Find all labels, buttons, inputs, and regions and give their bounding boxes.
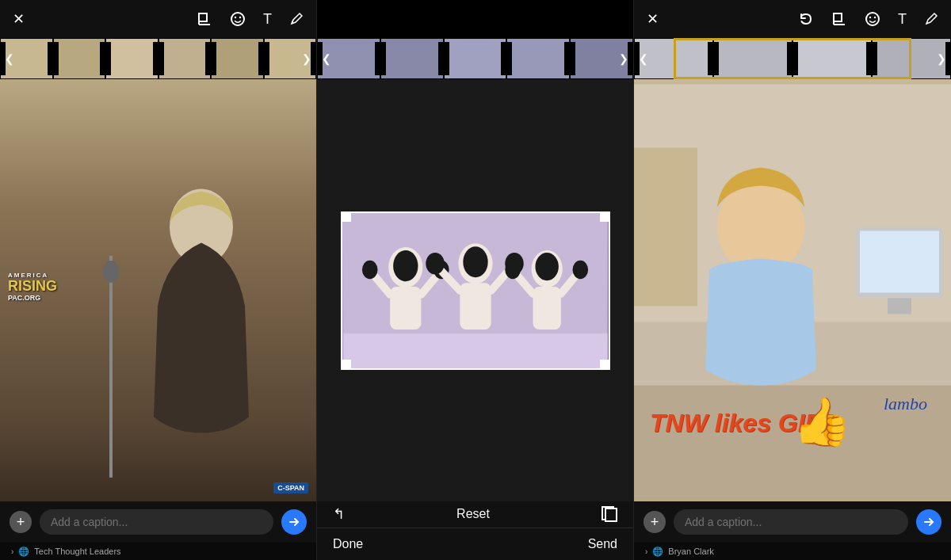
panel-left: ✕ T [0, 0, 317, 560]
right-crop-button[interactable] [831, 11, 847, 27]
left-globe-icon: 🌐 [18, 547, 29, 557]
filmstrip-frame [158, 38, 212, 79]
crop-corner-tl[interactable] [342, 212, 351, 222]
svg-point-7 [191, 221, 201, 229]
left-sublabel-arrow: › [11, 547, 13, 556]
right-sublabel-row: › 🌐 Bryan Clark [634, 543, 951, 560]
svg-point-31 [505, 260, 521, 279]
svg-rect-45 [860, 231, 939, 293]
left-filmstrip[interactable]: ❮ ❯ [0, 38, 316, 79]
right-scene: TNW likes GIFS 👍 lambo [634, 79, 951, 501]
right-filmstrip-arrow-right[interactable]: ❯ [937, 52, 946, 65]
mid-video-figures [342, 213, 609, 368]
svg-point-33 [535, 252, 558, 280]
left-filmstrip-arrow-left[interactable]: ❮ [5, 52, 14, 65]
svg-point-32 [572, 260, 588, 279]
lambo-text-overlay: lambo [884, 394, 927, 414]
filmstrip-frame [506, 38, 570, 79]
svg-rect-34 [834, 13, 842, 21]
mid-actions-row: Done Send [317, 528, 633, 560]
crop-corner-bl[interactable] [342, 360, 351, 369]
svg-rect-28 [533, 287, 560, 330]
right-filmstrip[interactable]: ❮ ❯ [634, 38, 951, 79]
left-toolbar-icons: T [197, 11, 304, 28]
mid-reset-button[interactable]: Reset [456, 507, 490, 521]
left-emoji-button[interactable] [230, 11, 246, 27]
left-send-button[interactable] [281, 509, 307, 535]
left-crop-button[interactable] [197, 11, 212, 27]
hillary-silhouette [102, 143, 300, 501]
filmstrip-frame [53, 38, 106, 79]
right-send-button[interactable] [916, 509, 941, 535]
crop-corner-tr[interactable] [600, 212, 609, 222]
svg-point-5 [239, 17, 241, 18]
svg-point-17 [361, 260, 377, 279]
svg-point-8 [204, 219, 214, 227]
svg-point-37 [866, 13, 879, 25]
america-rising-overlay: AMERICA RISING PAC.org [8, 272, 57, 302]
right-caption-plus-button[interactable]: + [644, 511, 666, 533]
svg-point-38 [869, 17, 871, 18]
left-sublabel-text: Tech Thought Leaders [34, 547, 120, 556]
right-topbar: ✕ [634, 0, 951, 38]
crop-box[interactable] [341, 211, 610, 370]
right-bottom-bar: + [634, 501, 951, 543]
svg-rect-14 [390, 287, 421, 330]
crop-box-inner [342, 213, 609, 368]
left-bottom-bar: + [0, 501, 316, 543]
dual-square-icon [602, 506, 617, 522]
left-close-button[interactable]: ✕ [13, 10, 25, 28]
mid-topbar [317, 0, 633, 38]
svg-point-39 [874, 17, 876, 18]
mid-tools-row: ↰ Reset [317, 501, 633, 528]
right-sublabel-arrow: › [645, 547, 647, 556]
thumbsup-emoji: 👍 [792, 394, 852, 450]
hillary-scene: AMERICA RISING PAC.org C-SPAN [0, 79, 316, 501]
right-draw-button[interactable] [924, 12, 938, 26]
left-topbar: ✕ T [0, 0, 316, 38]
mid-crop-content [317, 79, 633, 501]
svg-rect-21 [460, 283, 491, 330]
right-text-button[interactable]: T [898, 11, 907, 28]
svg-rect-12 [343, 333, 607, 368]
mid-scene [317, 79, 633, 501]
microphone [95, 248, 127, 501]
filmstrip-frame [211, 38, 264, 79]
right-caption-input[interactable] [674, 509, 908, 535]
svg-point-24 [426, 252, 445, 273]
mid-filmstrip-arrow-left[interactable]: ❮ [322, 52, 331, 65]
right-globe-icon: 🌐 [652, 547, 663, 557]
svg-rect-46 [888, 299, 911, 314]
mid-done-button[interactable]: Done [333, 537, 363, 551]
left-caption-input[interactable] [40, 509, 273, 535]
left-draw-button[interactable] [289, 12, 304, 26]
right-video-content: TNW likes GIFS 👍 lambo [634, 79, 951, 501]
filmstrip-frame [792, 38, 872, 79]
svg-point-19 [393, 250, 418, 281]
panel-right: ✕ [634, 0, 951, 560]
right-sublabel-text: Bryan Clark [668, 547, 713, 556]
right-emoji-button[interactable] [865, 11, 880, 27]
left-sublabel-row: › 🌐 Tech Thought Leaders [0, 543, 316, 560]
right-toolbar-icons: T [798, 11, 938, 28]
mid-rotate-button[interactable]: ↰ [333, 505, 345, 523]
svg-point-26 [463, 246, 487, 277]
crop-corner-br[interactable] [600, 360, 609, 369]
filmstrip-frame [380, 38, 444, 79]
filmstrip-frame [713, 38, 792, 79]
filmstrip-frame [105, 38, 158, 79]
left-caption-plus-button[interactable]: + [10, 511, 32, 533]
svg-point-10 [103, 261, 119, 283]
right-filmstrip-arrow-left[interactable]: ❮ [639, 52, 648, 65]
svg-rect-9 [109, 256, 113, 478]
mid-send-button[interactable]: Send [588, 537, 617, 551]
left-filmstrip-arrow-right[interactable]: ❯ [302, 52, 311, 65]
right-undo-button[interactable] [798, 11, 814, 27]
right-close-button[interactable]: ✕ [647, 10, 659, 28]
mid-dual-square-button[interactable] [602, 506, 617, 522]
svg-point-3 [231, 13, 244, 25]
left-text-button[interactable]: T [263, 11, 272, 28]
left-video-content: AMERICA RISING PAC.org C-SPAN [0, 79, 316, 501]
mid-filmstrip-arrow-right[interactable]: ❯ [619, 52, 628, 65]
mid-filmstrip[interactable]: ❮ ❯ [317, 38, 633, 79]
